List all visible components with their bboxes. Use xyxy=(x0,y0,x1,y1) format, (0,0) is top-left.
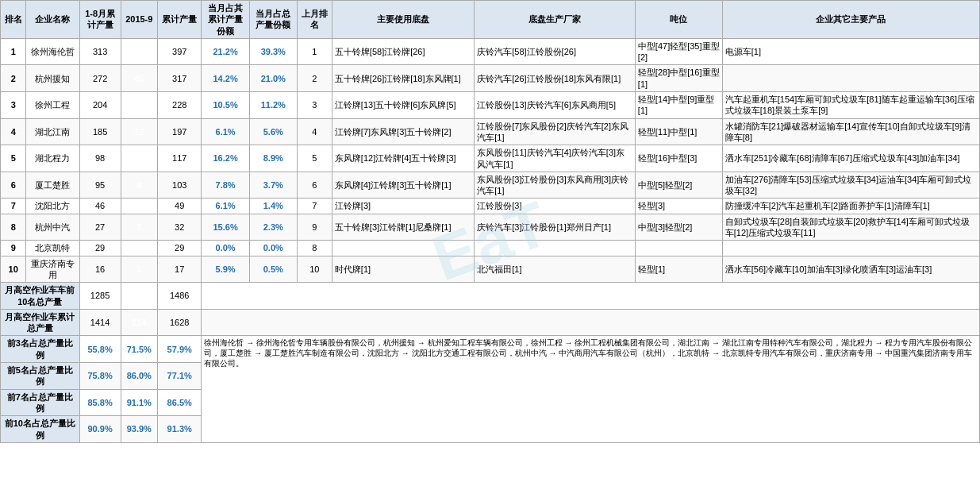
table-cell: 15.6% xyxy=(202,214,249,241)
table-row: 1徐州海伦哲3138439721.2%39.3%1五十铃牌[58]江铃牌[26]… xyxy=(1,38,980,65)
pct-label: 前3名占总产量比例 xyxy=(1,336,80,363)
table-cell: 8 xyxy=(297,241,332,256)
col-product: 企业其它主要产品 xyxy=(722,1,979,39)
table-cell: 14.2% xyxy=(202,65,249,92)
pct-row: 前3名占总产量比例 55.8% 71.5% 57.9% 徐州海伦哲 → 徐州海伦… xyxy=(1,336,980,363)
table-cell: 自卸式垃圾车[28]自装卸式垃圾车[20]救护车[14]车厢可卸式垃圾车[12]… xyxy=(722,214,979,241)
table-cell: 8 xyxy=(121,172,157,199)
table-cell: 加油车[276]清障车[53]压缩式垃圾车[34]运油车[34]车厢可卸式垃圾车… xyxy=(722,172,979,199)
table-cell: 东风牌[12]江铃牌[4]五十铃牌[3] xyxy=(332,145,474,172)
table-cell: 2 xyxy=(297,65,332,92)
col-unit: 吨位 xyxy=(635,1,722,39)
table-cell xyxy=(635,241,722,256)
table-cell: 洒水车[251]冷藏车[68]清障车[67]压缩式垃圾车[43]加油车[34] xyxy=(722,145,979,172)
table-cell: 10 xyxy=(297,256,332,283)
summary-total-cum-prev: 1414 xyxy=(79,309,121,336)
table-cell: 27 xyxy=(79,214,121,241)
summary-cum-prev: 1285 xyxy=(79,283,121,310)
table-cell: 1 xyxy=(121,256,157,283)
table-cell: 19 xyxy=(121,145,157,172)
table-cell: 1 xyxy=(297,38,332,65)
table-cell: 中型[47]轻型[35]重型[2] xyxy=(635,38,722,65)
table-cell xyxy=(332,241,474,256)
table-cell: 84 xyxy=(121,38,157,65)
pct-cur: 93.9% xyxy=(121,416,157,443)
table-cell: 16.2% xyxy=(202,145,249,172)
pct-cum-prev: 75.8% xyxy=(79,363,121,390)
table-cell: 98 xyxy=(79,145,121,172)
table-cell: 徐州工程 xyxy=(26,92,79,119)
col-name: 企业名称 xyxy=(26,1,79,39)
table-cell: 五十铃牌[3]江铃牌[1]尼桑牌[1] xyxy=(332,214,474,241)
table-cell: 4 xyxy=(1,118,26,145)
table-cell: 轻型[1] xyxy=(635,256,722,283)
table-cell: 轻型[14]中型[9]重型[1] xyxy=(635,92,722,119)
table-cell: 5 xyxy=(121,214,157,241)
table-cell xyxy=(475,241,636,256)
pct-cur: 86.0% xyxy=(121,363,157,390)
table-cell: 重庆济南专用 xyxy=(26,256,79,283)
table-cell: 1.4% xyxy=(249,199,297,214)
table-cell: 17 xyxy=(157,256,202,283)
table-cell: 中型[3]轻型[2] xyxy=(635,214,722,241)
table-cell: 汽车起重机车[154]车厢可卸式垃圾车[81]随车起重运输车[36]压缩式垃圾车… xyxy=(722,92,979,119)
table-cell: 3.7% xyxy=(249,172,297,199)
summary-total-cum: 1628 xyxy=(157,309,202,336)
table-row: 6厦工楚胜9581037.8%3.7%6东风牌[4]江铃牌[3]五十铃牌[1]东… xyxy=(1,172,980,199)
table-cell: 5 xyxy=(1,145,26,172)
table-cell: 32 xyxy=(157,214,202,241)
summary-total-note xyxy=(202,309,980,336)
table-cell: 时代牌[1] xyxy=(332,256,474,283)
col-cum-total: 累计产量 xyxy=(157,1,202,39)
table-cell: 3 xyxy=(121,199,157,214)
page-wrapper: EaT 排名 企业名称 1-8月累计产量 2015-9 累计产量 当月占其累计产… xyxy=(0,0,980,482)
table-cell: 0 xyxy=(121,241,157,256)
pct-cur: 91.1% xyxy=(121,389,157,416)
table-row: 10重庆济南专用161175.9%0.5%10时代牌[1]北汽福田[1]轻型[1… xyxy=(1,256,980,283)
table-cell: 29 xyxy=(79,241,121,256)
table-cell: 防撞缓冲车[2]汽车起重机车[2]路面养护车[1]清障车[1] xyxy=(722,199,979,214)
table-cell: 10.5% xyxy=(202,92,249,119)
table-row: 8杭州中汽2753215.6%2.3%9五十铃牌[3]江铃牌[1]尼桑牌[1]庆… xyxy=(1,214,980,241)
table-cell: 11.2% xyxy=(249,92,297,119)
table-row: 7沈阳北方463496.1%1.4%7江铃牌[3]江铃股份[3]轻型[3]防撞缓… xyxy=(1,199,980,214)
table-cell: 228 xyxy=(157,92,202,119)
table-cell: 杭州援知 xyxy=(26,65,79,92)
table-row: 5湖北程力981911716.2%8.9%5东风牌[12]江铃牌[4]五十铃牌[… xyxy=(1,145,980,172)
table-cell: 轻型[11]中型[1] xyxy=(635,118,722,145)
table-cell: 东风牌[4]江铃牌[3]五十铃牌[1] xyxy=(332,172,474,199)
table-cell: 洒水车[56]冷藏车[10]加油车[3]绿化喷洒车[3]运油车[3] xyxy=(722,256,979,283)
pct-cum-prev: 90.9% xyxy=(79,416,121,443)
pct-cur: 71.5% xyxy=(121,336,157,363)
table-cell: 49 xyxy=(157,199,202,214)
table-cell: 庆铃汽车[3]江铃股份[1]郑州日产[1] xyxy=(475,214,636,241)
col-rank: 排名 xyxy=(1,1,26,39)
col-pct-cum: 当月占其累计产量份额 xyxy=(202,1,249,39)
table-cell: 东风股份[11]庆铃汽车[4]庆铃汽车[3]东风汽车[1] xyxy=(475,145,636,172)
table-cell: 7 xyxy=(1,199,26,214)
table-cell: 95 xyxy=(79,172,121,199)
table-cell: 16 xyxy=(79,256,121,283)
pct-cum-prev: 55.8% xyxy=(79,336,121,363)
table-cell: 103 xyxy=(157,172,202,199)
table-cell: 3 xyxy=(297,92,332,119)
table-cell: 江铃股份[7]东风股份[2]庆铃汽车[2]东风汽车[1] xyxy=(475,118,636,145)
table-cell: 五十铃牌[26]江铃牌[18]东风牌[1] xyxy=(332,65,474,92)
company-note: 徐州海伦哲 → 徐州海伦哲专用车辆股份有限公司，杭州援知 → 杭州爱知工程车辆有… xyxy=(202,336,980,442)
table-cell: 轻型[16]中型[3] xyxy=(635,145,722,172)
pct-cum: 91.3% xyxy=(157,416,202,443)
table-cell: 9 xyxy=(297,214,332,241)
pct-label: 前10名占总产量比例 xyxy=(1,416,80,443)
table-cell: 21.2% xyxy=(202,38,249,65)
table-cell: 江铃牌[3] xyxy=(332,199,474,214)
table-cell: 5 xyxy=(297,145,332,172)
pct-cum: 57.9% xyxy=(157,336,202,363)
table-row: 4湖北江南185121976.1%5.6%4江铃牌[7]东风牌[3]五十铃牌[2… xyxy=(1,118,980,145)
table-cell: 7 xyxy=(297,199,332,214)
table-cell: 5.6% xyxy=(249,118,297,145)
table-row: 3徐州工程2042422810.5%11.2%3江铃牌[13]五十铃牌[6]东风… xyxy=(1,92,980,119)
header-row: 排名 企业名称 1-8月累计产量 2015-9 累计产量 当月占其累计产量份额 … xyxy=(1,1,980,39)
table-cell: 10 xyxy=(1,256,26,283)
table-cell: 湖北程力 xyxy=(26,145,79,172)
table-cell: 1 xyxy=(1,38,26,65)
